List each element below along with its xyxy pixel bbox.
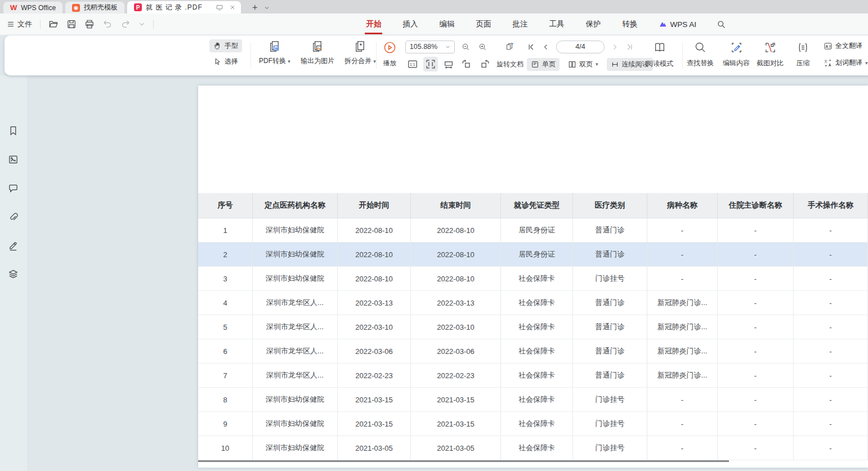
table-cell: 深圳市龙华区人... (253, 291, 338, 315)
chevron-down-icon[interactable] (138, 21, 145, 28)
chevron-down-icon[interactable] (264, 5, 270, 11)
comment-icon[interactable] (5, 180, 21, 196)
table-cell: 2021-03-15 (338, 388, 411, 411)
menu-edit[interactable]: 编辑 (438, 14, 455, 34)
export-image-button[interactable]: 输出为图片 (298, 39, 337, 66)
table-cell: - (794, 436, 868, 460)
table-cell: - (647, 436, 718, 460)
play-button[interactable] (382, 39, 398, 56)
table-cell: 深圳市妇幼保健院 (253, 218, 338, 242)
full-text-translate-button[interactable]: A文 全文翻译 (820, 39, 868, 52)
find-replace-button[interactable] (692, 39, 709, 56)
tab-docer[interactable]: ◉ 找稻壳模板 (65, 2, 124, 14)
menu-convert[interactable]: 转换 (621, 14, 638, 34)
pdf-convert-button[interactable]: W PDF转换 ▾ (257, 39, 293, 66)
table-cell: 普通门诊 (573, 315, 647, 339)
menu-tools[interactable]: 工具 (548, 14, 565, 34)
redo-icon[interactable] (120, 19, 131, 29)
separator (682, 42, 683, 69)
word-translate-button[interactable]: 文A 划词翻译 ▾ (820, 56, 868, 69)
menu-home[interactable]: 开始 (365, 14, 382, 34)
split-merge-button[interactable]: 拆分合并 ▾ (342, 39, 378, 66)
reading-mode-button[interactable] (651, 39, 668, 56)
docer-icon: ◉ (72, 4, 80, 12)
zoom-out-icon[interactable] (460, 41, 472, 53)
paperclip-icon[interactable] (5, 208, 21, 225)
table-cell: 普通门诊 (573, 243, 647, 266)
first-page-icon[interactable] (527, 43, 535, 51)
table-cell: 社会保障卡 (501, 315, 573, 339)
next-page-icon[interactable] (611, 43, 619, 51)
rotate-right-icon (479, 59, 490, 70)
search-icon[interactable] (717, 20, 726, 29)
rotate-right-button[interactable] (477, 57, 492, 71)
last-page-icon[interactable] (625, 43, 634, 51)
table-cell: 深圳市妇幼保健院 (253, 388, 338, 411)
table-header-cell: 就诊凭证类型 (501, 193, 573, 218)
table-cell: - (794, 364, 868, 387)
table-bottom-border (198, 460, 729, 462)
tab-wps-office[interactable]: W WPS Office (3, 2, 62, 14)
table-cell: 社会保障卡 (501, 388, 573, 411)
table-cell: 2022-08-10 (338, 243, 411, 266)
table-cell: - (647, 267, 718, 290)
table-header-cell: 序号 (198, 193, 253, 218)
left-sidebar (0, 116, 26, 282)
new-tab-button[interactable]: ＋ (250, 2, 259, 14)
file-menu-button[interactable]: 文件 (7, 19, 32, 29)
actual-size-button[interactable]: 1:1 (405, 57, 420, 71)
fit-width-button[interactable] (441, 57, 456, 71)
separator (250, 42, 251, 69)
chevron-down-icon (445, 44, 450, 50)
menu-insert[interactable]: 插入 (401, 14, 419, 34)
table-cell: 深圳市妇幼保健院 (253, 436, 338, 460)
compress-button[interactable] (795, 39, 811, 56)
thumbnail-icon[interactable] (5, 151, 21, 168)
bookmark-icon[interactable] (5, 122, 21, 139)
compress-label: 压缩 (797, 59, 810, 68)
table-row: 1深圳市妇幼保健院2022-08-102022-08-10居民身份证普通门诊--… (198, 218, 868, 243)
table-cell: - (794, 291, 868, 315)
pen-icon[interactable] (5, 237, 21, 254)
fit-page-icon (425, 59, 436, 70)
cursor-icon (213, 57, 222, 66)
tab-document[interactable]: P 就 医 记 录 .PDF (127, 1, 241, 14)
hand-tool-button[interactable]: 手型 (209, 39, 242, 52)
select-tool-button[interactable]: 选择 (209, 55, 242, 68)
single-page-button[interactable]: 单页 (527, 58, 560, 71)
menu-protect[interactable]: 保护 (584, 14, 602, 34)
tab-label: WPS Office (21, 4, 56, 12)
window-tab-bar: W WPS Office ◉ 找稻壳模板 P 就 医 记 录 .PDF ＋ (0, 0, 868, 14)
print-icon[interactable] (84, 19, 95, 29)
fit-page-button[interactable] (423, 57, 438, 71)
close-icon[interactable] (229, 4, 236, 11)
table-header-cell: 开始时间 (338, 193, 411, 218)
page-swap-icon[interactable] (503, 40, 517, 53)
table-cell: 2022-03-06 (411, 339, 501, 363)
monitor-icon[interactable] (216, 3, 223, 11)
table-cell: 新冠肺炎门诊... (647, 291, 718, 315)
table-cell: 3 (198, 267, 253, 290)
folder-open-icon[interactable] (48, 19, 59, 29)
screenshot-compare-button[interactable] (762, 39, 778, 56)
menu-wps-ai[interactable]: WPS AI (657, 15, 697, 34)
rotate-left-button[interactable] (459, 57, 474, 71)
rotate-document-button[interactable]: 旋转文档 (496, 60, 524, 69)
prev-page-icon[interactable] (542, 43, 549, 51)
menu-comment[interactable]: 批注 (511, 14, 529, 34)
table-cell: 2021-03-15 (411, 388, 501, 411)
separator (153, 20, 154, 29)
zoom-level-select[interactable]: 105.88% (405, 41, 455, 53)
separator (376, 42, 377, 69)
layers-icon[interactable] (5, 266, 21, 282)
reading-mode-label: 阅读模式 (646, 59, 673, 69)
edit-content-button[interactable] (728, 39, 745, 56)
zoom-in-icon[interactable] (477, 41, 489, 53)
table-cell: 2021-03-05 (411, 436, 501, 460)
save-icon[interactable] (66, 19, 77, 29)
page-number-input[interactable]: 4/4 (556, 41, 605, 53)
menu-page[interactable]: 页面 (475, 14, 492, 34)
undo-icon[interactable] (102, 19, 113, 29)
table-header-cell: 医疗类别 (573, 193, 647, 218)
double-page-button[interactable]: 双页 ▾ (564, 58, 602, 71)
